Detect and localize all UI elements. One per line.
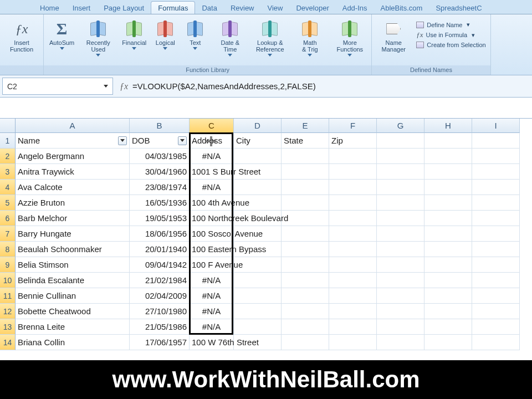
tab-spreadsheetc[interactable]: SpreadsheetC [429, 2, 488, 14]
use-in-formula-button[interactable]: ƒxUse in Formula▾ [415, 30, 487, 40]
row-header-3[interactable]: 3 [0, 164, 16, 180]
cell-F6[interactable] [329, 211, 377, 226]
cell-C5[interactable]: 100 4th Avenue [190, 195, 234, 211]
cell-D10[interactable] [234, 273, 282, 288]
cell-E8[interactable] [282, 242, 329, 257]
fx-icon[interactable]: ƒx [120, 81, 128, 91]
column-header-F[interactable]: F [329, 119, 377, 133]
column-header-B[interactable]: B [130, 119, 190, 133]
cell-I13[interactable] [472, 319, 520, 335]
cell-F9[interactable] [329, 257, 377, 273]
cell-E14[interactable] [282, 335, 329, 350]
cell-H11[interactable] [424, 288, 472, 304]
cell-I4[interactable] [472, 180, 520, 195]
row-header-6[interactable]: 6 [0, 211, 16, 226]
cell-C14[interactable]: 100 W 76th Street [190, 335, 234, 350]
cell-H2[interactable] [424, 149, 472, 164]
cell-G13[interactable] [377, 319, 424, 335]
cell-B12[interactable]: 27/10/1980 [130, 304, 190, 319]
cell-G7[interactable] [377, 226, 424, 242]
cell-A5[interactable]: Azzie Bruton [16, 195, 130, 211]
cell-I8[interactable] [472, 242, 520, 257]
cell-E9[interactable] [282, 257, 329, 273]
cell-B7[interactable]: 18/06/1956 [130, 226, 190, 242]
cell-B3[interactable]: 30/04/1960 [130, 164, 190, 180]
column-header-C[interactable]: C [190, 119, 234, 133]
cell-E13[interactable] [282, 319, 329, 335]
logical-button[interactable]: Logical [152, 18, 178, 51]
cell-I10[interactable] [472, 273, 520, 288]
cell-H7[interactable] [424, 226, 472, 242]
cell-A2[interactable]: Angelo Bergmann [16, 149, 130, 164]
cell-A10[interactable]: Belinda Escalante [16, 273, 130, 288]
cell-B4[interactable]: 23/08/1974 [130, 180, 190, 195]
cell-I2[interactable] [472, 149, 520, 164]
cell-A6[interactable]: Barb Melchor [16, 211, 130, 226]
cell-C8[interactable]: 100 Eastern Bypass [190, 242, 234, 257]
cell-I3[interactable] [472, 164, 520, 180]
cell-B6[interactable]: 19/05/1953 [130, 211, 190, 226]
cell-H3[interactable] [424, 164, 472, 180]
column-header-A[interactable]: A [16, 119, 130, 133]
cell-B11[interactable]: 02/04/2009 [130, 288, 190, 304]
cell-D2[interactable] [234, 149, 282, 164]
cell-A3[interactable]: Anitra Traywick [16, 164, 130, 180]
cell-C12[interactable]: #N/A [190, 304, 234, 319]
define-name-button[interactable]: Define Name▾ [415, 21, 487, 29]
filter-button[interactable] [178, 136, 187, 145]
cell-C1[interactable]: Address [190, 133, 234, 149]
cell-G5[interactable] [377, 195, 424, 211]
cell-E2[interactable] [282, 149, 329, 164]
cell-D11[interactable] [234, 288, 282, 304]
cell-F14[interactable] [329, 335, 377, 350]
cell-I12[interactable] [472, 304, 520, 319]
cell-G10[interactable] [377, 273, 424, 288]
cell-H1[interactable] [424, 133, 472, 149]
cell-H13[interactable] [424, 319, 472, 335]
column-header-E[interactable]: E [282, 119, 329, 133]
cell-B8[interactable]: 20/01/1940 [130, 242, 190, 257]
row-header-2[interactable]: 2 [0, 149, 16, 164]
cell-G2[interactable] [377, 149, 424, 164]
filter-button[interactable] [118, 136, 127, 145]
lookup-reference-button[interactable]: Lookup & Reference [252, 18, 288, 58]
cell-I9[interactable] [472, 257, 520, 273]
insert-function-button[interactable]: ƒx Insert Function [3, 18, 40, 54]
cell-I5[interactable] [472, 195, 520, 211]
row-header-4[interactable]: 4 [0, 180, 16, 195]
row-header-13[interactable]: 13 [0, 319, 16, 335]
cell-A14[interactable]: Briana Collin [16, 335, 130, 350]
cell-B5[interactable]: 16/05/1936 [130, 195, 190, 211]
worksheet[interactable]: ABCDEFGHI1NameDOBAddressCityStateZip2Ang… [0, 119, 532, 350]
cell-F11[interactable] [329, 288, 377, 304]
cell-H4[interactable] [424, 180, 472, 195]
cell-E11[interactable] [282, 288, 329, 304]
cell-E10[interactable] [282, 273, 329, 288]
cell-G9[interactable] [377, 257, 424, 273]
cell-B1[interactable]: DOB [130, 133, 190, 149]
cell-E7[interactable] [282, 226, 329, 242]
cell-G6[interactable] [377, 211, 424, 226]
column-header-G[interactable]: G [377, 119, 424, 133]
cell-H14[interactable] [424, 335, 472, 350]
cell-H12[interactable] [424, 304, 472, 319]
cell-E6[interactable] [282, 211, 329, 226]
cell-D13[interactable] [234, 319, 282, 335]
recently-used-button[interactable]: Recently Used [80, 18, 116, 58]
cell-C13[interactable]: #N/A [190, 319, 234, 335]
tab-developer[interactable]: Developer [289, 2, 335, 14]
cell-G3[interactable] [377, 164, 424, 180]
cell-F2[interactable] [329, 149, 377, 164]
cell-A7[interactable]: Barry Hungate [16, 226, 130, 242]
cell-B14[interactable]: 17/06/1957 [130, 335, 190, 350]
tab-view[interactable]: View [261, 2, 290, 14]
cell-C10[interactable]: #N/A [190, 273, 234, 288]
cell-A9[interactable]: Belia Stimson [16, 257, 130, 273]
math-trig-button[interactable]: Math & Trig [291, 18, 328, 58]
cell-F4[interactable] [329, 180, 377, 195]
cell-I1[interactable] [472, 133, 520, 149]
cell-I11[interactable] [472, 288, 520, 304]
financial-button[interactable]: Financial [120, 18, 149, 51]
cell-G12[interactable] [377, 304, 424, 319]
cell-A13[interactable]: Brenna Leite [16, 319, 130, 335]
